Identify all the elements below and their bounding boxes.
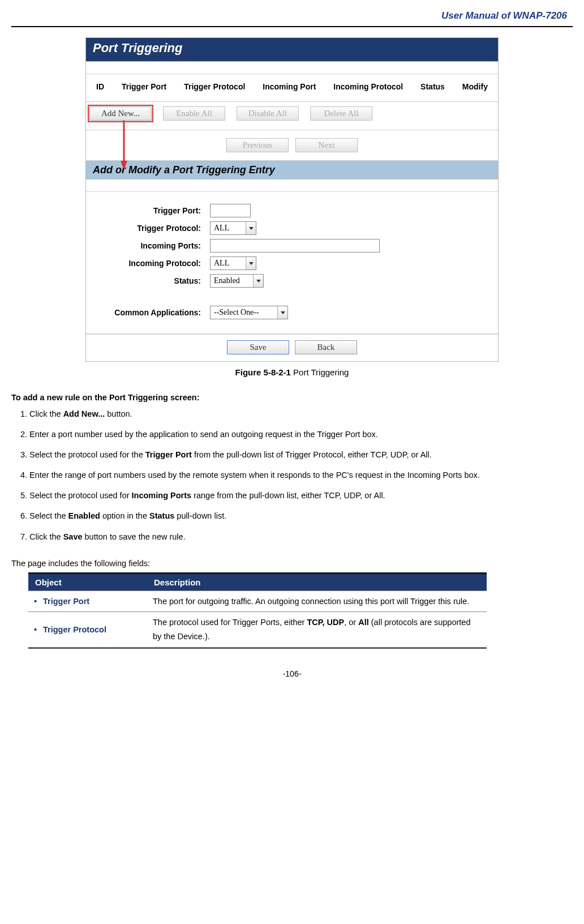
description-cell: The protocol used for Trigger Ports, eit… [147, 612, 487, 648]
step-item: Click the Add New... button. [29, 407, 573, 421]
disable-all-button[interactable]: Disable All [237, 106, 299, 121]
status-select[interactable]: Enabled [210, 274, 264, 288]
chevron-down-icon [253, 275, 263, 287]
table-row: Trigger PortThe port for outgoing traffi… [28, 591, 487, 612]
object-cell: Trigger Protocol [28, 612, 147, 648]
object-cell: Trigger Port [28, 591, 147, 612]
col-trigger-port: Trigger Port [122, 82, 166, 91]
svg-marker-4 [256, 280, 261, 283]
back-button[interactable]: Back [295, 340, 357, 354]
add-new-button[interactable]: Add New... [89, 106, 152, 121]
chevron-down-icon [246, 222, 256, 234]
chevron-down-icon [277, 306, 287, 319]
status-label: Status: [94, 276, 210, 285]
incoming-ports-input[interactable] [210, 239, 380, 253]
col-trigger-protocol: Trigger Protocol [184, 82, 245, 91]
chevron-down-icon [246, 257, 256, 270]
fields-intro: The page includes the following fields: [11, 559, 573, 568]
step-item: Enter a port number used by the applicat… [29, 427, 573, 442]
banner-port-triggering: Port Triggering [86, 38, 498, 62]
trigger-port-input[interactable] [210, 204, 251, 217]
status-value: Enabled [214, 276, 240, 285]
page-number: -106- [11, 669, 573, 690]
description-cell: The port for outgoing traffic. An outgoi… [147, 591, 487, 612]
col-id: ID [96, 82, 104, 91]
incoming-protocol-select[interactable]: ALL [210, 256, 256, 270]
trigger-protocol-select[interactable]: ALL [210, 221, 256, 235]
trigger-port-label: Trigger Port: [94, 206, 210, 215]
incoming-protocol-value: ALL [214, 259, 229, 268]
col-incoming-protocol: Incoming Protocol [333, 82, 403, 91]
column-headers: ID Trigger Port Trigger Protocol Incomin… [94, 82, 490, 91]
svg-marker-5 [281, 311, 285, 314]
common-apps-label: Common Applications: [94, 308, 210, 317]
col-modify: Modify [462, 82, 488, 91]
common-apps-value: --Select One-- [214, 308, 259, 317]
svg-marker-2 [249, 227, 254, 230]
delete-all-button[interactable]: Delete All [310, 106, 372, 121]
step-item: Select the protocol used for the Trigger… [29, 447, 573, 462]
incoming-ports-label: Incoming Ports: [94, 241, 210, 250]
fields-table: Object Description Trigger PortThe port … [28, 572, 487, 649]
banner-add-modify: Add or Modify a Port Triggering Entry [86, 161, 498, 179]
svg-marker-3 [249, 262, 254, 265]
header-divider [11, 26, 573, 27]
steps-list: Click the Add New... button.Enter a port… [11, 407, 573, 544]
col-status: Status [420, 82, 445, 91]
port-triggering-screenshot: Port Triggering ID Trigger Port Trigger … [85, 37, 499, 362]
step-item: Enter the range of port numbers used by … [29, 468, 573, 482]
table-row: Trigger ProtocolThe protocol used for Tr… [28, 612, 487, 648]
th-description: Description [147, 573, 487, 591]
doc-title: User Manual of WNAP-7206 [441, 10, 567, 21]
previous-button[interactable]: Previous [226, 138, 289, 152]
step-item: Select the protocol used for Incoming Po… [29, 488, 573, 503]
common-apps-select[interactable]: --Select One-- [210, 306, 288, 319]
trigger-protocol-label: Trigger Protocol: [94, 224, 210, 233]
step-item: Select the Enabled option in the Status … [29, 508, 573, 523]
instructions-heading: To add a new rule on the Port Triggering… [11, 393, 573, 402]
next-button[interactable]: Next [295, 138, 358, 152]
trigger-protocol-value: ALL [214, 224, 229, 233]
incoming-protocol-label: Incoming Protocol: [94, 259, 210, 268]
enable-all-button[interactable]: Enable All [163, 106, 225, 121]
th-object: Object [28, 573, 147, 591]
figure-caption: Figure 5-8-2-1 Port Triggering [11, 367, 573, 377]
save-button[interactable]: Save [227, 340, 289, 354]
step-item: Click the Save button to save the new ru… [29, 529, 573, 544]
col-incoming-port: Incoming Port [263, 82, 316, 91]
